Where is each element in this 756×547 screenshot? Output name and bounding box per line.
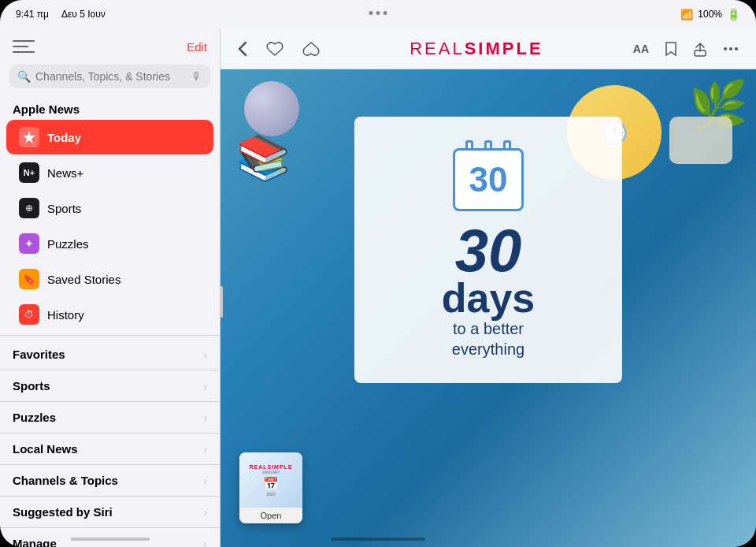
saved-icon: 🔖: [19, 269, 39, 289]
calendar-body: 30: [453, 148, 524, 211]
wifi-icon: 📶: [680, 9, 693, 20]
main-content: REALSIMPLE AA: [220, 28, 756, 547]
manage-chevron: ›: [203, 538, 207, 548]
sidebar-top-bar: Edit: [0, 28, 220, 61]
today-label: Today: [47, 131, 81, 144]
local-news-label: Local News: [13, 442, 203, 456]
puzzles-label: Puzzles: [47, 237, 89, 251]
thumb-year: 2023: [266, 492, 275, 497]
battery-percentage: 100%: [698, 9, 722, 20]
bg-books: 📚: [236, 132, 291, 184]
mic-icon[interactable]: 🎙: [191, 70, 202, 83]
share-button[interactable]: [688, 38, 712, 60]
thumb-image: 📅: [263, 476, 279, 491]
sports-label: Sports: [47, 202, 81, 215]
calendar-number: 30: [469, 162, 508, 197]
article-toolbar: REALSIMPLE AA: [220, 28, 756, 69]
puzzles-cat-chevron: ›: [203, 411, 207, 424]
camera-area: [369, 11, 387, 15]
sidebar-drag-handle[interactable]: [220, 286, 223, 318]
edit-button[interactable]: Edit: [187, 40, 207, 54]
sidebar-item-puzzles[interactable]: ✦ Puzzles: [6, 226, 213, 261]
channels-topics-chevron: ›: [203, 474, 207, 487]
status-date: Δευ 5 Ιουν: [61, 9, 106, 20]
home-indicator: [331, 538, 425, 541]
svg-marker-0: [23, 131, 35, 143]
svg-point-2: [724, 47, 727, 50]
dislike-button[interactable]: [298, 38, 324, 60]
sports-cat-chevron: ›: [203, 380, 207, 393]
sidebar-item-local-news[interactable]: Local News ›: [0, 434, 220, 465]
sidebar-item-channels-topics[interactable]: Channels & Topics ›: [0, 465, 220, 497]
sports-icon: ⊕: [19, 198, 39, 218]
search-input[interactable]: [35, 70, 187, 83]
sidebar-toggle-icon[interactable]: [13, 38, 35, 55]
thumb-date: JANUARY: [261, 470, 280, 474]
article-days: days: [373, 277, 603, 318]
status-time: 9:41 πμ: [16, 9, 49, 20]
saved-label: Saved Stories: [47, 273, 120, 286]
sidebar-item-suggested-siri[interactable]: Suggested by Siri ›: [0, 497, 220, 528]
thumb-cover: REALSIMPLE JANUARY 📅 2023: [239, 452, 302, 508]
history-icon: ⏱: [19, 304, 39, 325]
divider-1: [0, 335, 220, 336]
article-number: 30: [373, 224, 603, 277]
search-icon: 🔍: [17, 70, 31, 83]
sidebar-item-puzzles-cat[interactable]: Puzzles ›: [0, 402, 220, 434]
ipad-frame: 9:41 πμ Δευ 5 Ιουν 📶 100% 🔋 Edit 🔍 🎙 App…: [0, 0, 756, 547]
toolbar-right: AA: [628, 38, 743, 60]
sidebar-item-newsplus[interactable]: N+ News+: [6, 155, 213, 190]
suggested-siri-chevron: ›: [203, 506, 207, 519]
status-bar-left: 9:41 πμ Δευ 5 Ιουν: [16, 9, 106, 20]
article-subtext: to a better everything: [373, 318, 603, 359]
article-background: 📚 🕛 🌿 30: [220, 69, 756, 547]
apple-news-heading: Apple News: [0, 96, 220, 119]
channels-topics-label: Channels & Topics: [13, 474, 203, 487]
bookmark-button[interactable]: [660, 38, 682, 60]
logo-text: REALSIMPLE: [410, 39, 543, 58]
article-text-container: 30 days to a better everything: [373, 224, 603, 359]
sports-cat-label: Sports: [13, 379, 203, 393]
sidebar-item-sports-cat[interactable]: Sports ›: [0, 370, 220, 402]
svg-point-4: [735, 47, 738, 50]
open-button[interactable]: Open: [239, 508, 302, 523]
suggested-siri-label: Suggested by Siri: [13, 505, 203, 519]
publication-logo: REALSIMPLE: [334, 39, 619, 59]
sidebar-home-indicator: [71, 538, 150, 541]
newsplus-icon: N+: [19, 162, 39, 183]
sidebar-item-history[interactable]: ⏱ History: [6, 297, 213, 332]
sidebar-item-favorites[interactable]: Favorites ›: [0, 339, 220, 370]
newsplus-label: News+: [47, 166, 83, 180]
sidebar-item-sports[interactable]: ⊕ Sports: [6, 191, 213, 225]
status-bar-right: 📶 100% 🔋: [680, 8, 740, 20]
puzzles-icon: ✦: [19, 233, 39, 254]
article-card: 30 30 days to a better everything: [354, 117, 622, 383]
favorites-label: Favorites: [13, 348, 203, 361]
sidebar-item-saved[interactable]: 🔖 Saved Stories: [6, 262, 213, 296]
thumb-logo: REALSIMPLE: [249, 464, 292, 470]
search-bar[interactable]: 🔍 🎙: [9, 65, 210, 88]
today-icon: [19, 127, 39, 147]
puzzles-cat-label: Puzzles: [13, 411, 203, 424]
battery-icon: 🔋: [727, 8, 740, 20]
font-button[interactable]: AA: [628, 39, 654, 58]
sidebar: Edit 🔍 🎙 Apple News Today N+ News+ ⊕: [0, 28, 220, 547]
calendar-icon: 30: [453, 140, 524, 211]
like-button[interactable]: [261, 38, 288, 60]
local-news-chevron: ›: [203, 443, 207, 456]
floating-thumbnail: REALSIMPLE JANUARY 📅 2023 Open: [239, 452, 302, 523]
bg-rope: [669, 117, 732, 164]
favorites-chevron: ›: [203, 348, 207, 361]
svg-point-3: [729, 47, 732, 50]
back-button[interactable]: [233, 38, 252, 60]
sidebar-item-today[interactable]: Today: [6, 120, 213, 154]
bg-disco-ball: [244, 81, 299, 136]
more-button[interactable]: [718, 43, 743, 54]
history-label: History: [47, 308, 84, 322]
